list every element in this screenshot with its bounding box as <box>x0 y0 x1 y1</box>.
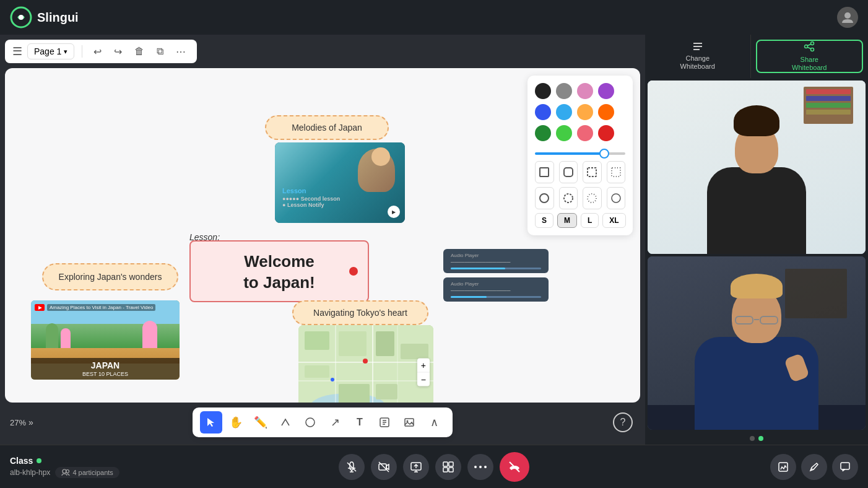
svg-line-41 <box>807 47 811 49</box>
svg-rect-48 <box>379 464 386 470</box>
list-icon <box>692 42 703 53</box>
shape-circle-dotted[interactable] <box>583 187 602 209</box>
svg-rect-57 <box>449 468 453 472</box>
color-black[interactable] <box>535 83 551 99</box>
japan-video-label: JAPAN BEST 10 PLACES <box>31 358 180 380</box>
user-avatar[interactable] <box>837 7 858 28</box>
participants-badge: 4 participants <box>55 467 119 478</box>
dot-1[interactable] <box>750 436 755 441</box>
page-selector[interactable]: Page 1 ▾ <box>27 43 74 59</box>
color-orange-light[interactable] <box>577 104 593 120</box>
eraser-tool-button[interactable] <box>274 411 297 434</box>
color-row-2 <box>535 104 625 120</box>
svg-rect-54 <box>443 462 448 466</box>
whiteboard-canvas[interactable]: Melodies of Japan Lesson ●●●●● Second le… <box>5 68 640 403</box>
duplicate-button[interactable]: ⧉ <box>153 45 167 58</box>
zoom-expand-button[interactable]: » <box>28 417 33 427</box>
svg-point-26 <box>612 194 620 203</box>
pen-button[interactable] <box>801 454 827 480</box>
svg-point-33 <box>407 420 409 422</box>
logo: Slingui <box>10 6 79 28</box>
svg-point-59 <box>479 466 482 468</box>
size-s[interactable]: S <box>535 213 553 228</box>
dot-2[interactable] <box>758 436 763 441</box>
shape-circle-solid[interactable] <box>535 187 554 209</box>
svg-point-25 <box>588 194 596 203</box>
layout-button[interactable] <box>435 454 461 480</box>
whiteboard-tool-button[interactable] <box>770 454 796 480</box>
camera-off-button[interactable] <box>371 454 397 480</box>
shape-square-dots[interactable] <box>607 161 626 183</box>
melodies-bubble[interactable]: Melodies of Japan <box>265 115 389 140</box>
color-blue[interactable] <box>535 104 551 120</box>
tools-bar: ✋ ✏️ ↗ T ∧ <box>193 407 453 437</box>
shape-circle-dashed[interactable] <box>559 187 578 209</box>
more-options-button[interactable] <box>467 454 493 480</box>
right-controls <box>575 454 858 480</box>
shape-circle-empty[interactable] <box>607 187 626 209</box>
color-pink[interactable] <box>577 83 593 99</box>
color-light-blue[interactable] <box>556 104 572 120</box>
participants-count: 4 participants <box>72 469 113 476</box>
lesson-title: Welcometo Japan! <box>243 252 315 292</box>
size-xl[interactable]: XL <box>602 213 625 228</box>
navigating-label: Navigating Tokyo's heart <box>313 308 407 318</box>
session-active-dot <box>37 458 41 463</box>
shape-square-solid[interactable] <box>535 161 554 183</box>
video-feed-1 <box>648 81 866 254</box>
text-tool-button[interactable]: T <box>349 411 371 434</box>
more-button[interactable]: ⋯ <box>172 45 189 59</box>
change-whiteboard-button[interactable]: ChangeWhiteboard <box>645 35 751 78</box>
canvas-arrows <box>5 68 191 161</box>
undo-button[interactable]: ↩ <box>90 45 105 59</box>
arrow-tool-button[interactable]: ↗ <box>324 411 346 434</box>
zoom-value: 27% <box>10 418 26 427</box>
svg-rect-10 <box>305 331 329 350</box>
lesson-card[interactable]: Welcometo Japan! <box>189 240 369 302</box>
shape-square-dashed[interactable] <box>583 161 602 183</box>
shape-row-2 <box>535 187 625 209</box>
color-pink-red[interactable] <box>577 125 593 141</box>
svg-point-38 <box>811 48 814 51</box>
share-whiteboard-button[interactable]: ShareWhiteboard <box>756 40 864 73</box>
play-button[interactable]: ▶ <box>388 206 400 218</box>
audio-player-2[interactable]: Audio Player ───────────────── <box>443 277 549 302</box>
japan-video[interactable]: ▶ Amazing Places to Visit in Japan - Tra… <box>31 300 180 380</box>
menu-button[interactable]: ☰ <box>12 45 22 58</box>
color-purple[interactable] <box>598 83 614 99</box>
exploring-bubble[interactable]: Exploring Japan's wonders <box>42 263 178 290</box>
delete-button[interactable]: 🗑 <box>131 45 148 58</box>
image-tool-button[interactable] <box>398 411 420 434</box>
mute-button[interactable] <box>339 454 365 480</box>
size-m[interactable]: M <box>557 213 577 228</box>
svg-rect-16 <box>376 384 397 399</box>
end-call-button[interactable] <box>500 452 529 482</box>
svg-rect-63 <box>841 463 849 469</box>
shape-tool-button[interactable] <box>299 411 321 434</box>
color-green[interactable] <box>556 125 572 141</box>
color-red[interactable] <box>598 125 614 141</box>
navigating-bubble[interactable]: Navigating Tokyo's heart <box>292 300 428 325</box>
edit-tool-button[interactable] <box>373 411 396 434</box>
color-dark-green[interactable] <box>535 125 551 141</box>
help-button[interactable]: ? <box>613 412 633 432</box>
stroke-width-slider[interactable] <box>535 152 625 155</box>
map-card[interactable]: + − <box>298 325 433 403</box>
redo-button[interactable]: ↪ <box>110 45 126 59</box>
shape-square-rounded[interactable] <box>559 161 578 183</box>
screen-share-button[interactable] <box>403 454 429 480</box>
music-video-card[interactable]: Lesson ●●●●● Second lesson ● Lesson Noti… <box>275 142 405 223</box>
color-orange[interactable] <box>598 104 614 120</box>
select-tool-button[interactable] <box>200 411 222 434</box>
whiteboard-toolbar-top: ☰ Page 1 ▾ ↩ ↪ 🗑 ⧉ ⋯ <box>5 40 197 63</box>
draw-tool-button[interactable]: ✏️ <box>250 411 272 434</box>
more-tools-button[interactable]: ∧ <box>423 411 445 434</box>
hand-tool-button[interactable]: ✋ <box>225 411 247 434</box>
audio-player-1[interactable]: Audio Player ───────────────── <box>443 249 549 273</box>
size-l[interactable]: L <box>581 213 599 228</box>
toolbar-separator <box>82 45 82 58</box>
chat-button[interactable] <box>832 454 858 480</box>
color-gray[interactable] <box>556 83 572 99</box>
shape-row-1 <box>535 161 625 183</box>
svg-point-24 <box>564 194 573 203</box>
